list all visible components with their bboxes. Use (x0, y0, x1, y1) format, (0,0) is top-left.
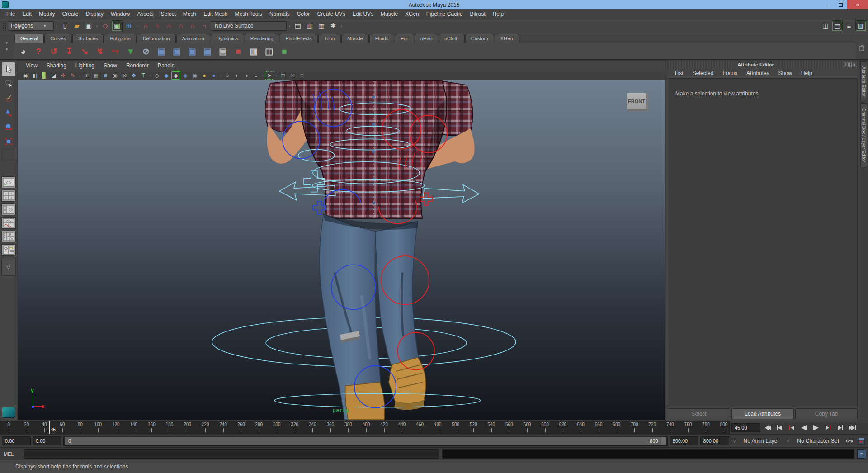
menu-set-dropdown[interactable]: Polygons ▾ (8, 21, 54, 31)
menu-display[interactable]: Display (82, 10, 107, 18)
command-input[interactable] (24, 449, 439, 459)
layout-hypershade[interactable] (1, 231, 16, 242)
close-button[interactable]: × (847, 0, 868, 9)
select-object-icon[interactable]: ▣ (112, 20, 123, 31)
snap-projected-center-icon[interactable]: ∩ (175, 20, 186, 31)
rotate-tool[interactable] (2, 120, 15, 134)
shelf-tab-arrow-icon[interactable]: ▾ (6, 47, 8, 52)
group-separator-icon[interactable]: › (148, 73, 152, 78)
move-tool[interactable] (2, 106, 15, 119)
copy-nodes-icon[interactable]: ▥ (247, 45, 260, 58)
float-panel-icon[interactable]: ❑ (844, 62, 850, 67)
paint-selection-tool[interactable] (2, 91, 15, 105)
render-settings-icon[interactable]: ✱ (328, 20, 339, 31)
field-chart-icon[interactable]: ⊠ (120, 71, 129, 80)
film-gate-icon[interactable]: ▦ (91, 71, 100, 80)
grease-pencil-icon[interactable]: ✎ (68, 71, 77, 80)
anim-layer-dropdown-icon[interactable]: ▽ (731, 439, 738, 443)
menu-create-uvs[interactable]: Create UVs (313, 10, 349, 18)
resolution-gate-icon[interactable]: ◙ (101, 71, 110, 80)
node-editor-icon[interactable]: ▤ (216, 45, 230, 58)
safe-action-icon[interactable]: ❖ (129, 71, 138, 80)
gate-mask-icon[interactable]: ◎ (110, 71, 119, 80)
last-tool-slot[interactable] (2, 149, 15, 161)
occlusion-icon[interactable]: ○ (223, 71, 232, 80)
auto-keyframe-icon[interactable] (856, 436, 866, 445)
gray-cubes-cursor-icon[interactable]: ◫ (262, 45, 276, 58)
layout-single-pane[interactable] (1, 176, 16, 188)
menu-edit-mesh[interactable]: Edit Mesh (200, 10, 231, 18)
joint-move-icon[interactable]: ↘ (78, 45, 91, 58)
command-output[interactable] (442, 449, 854, 459)
toggle-tool-settings-icon[interactable]: ≡ (844, 20, 854, 31)
shelf-tab-deformation[interactable]: Deformation (137, 34, 176, 43)
ae-menu-selected[interactable]: Selected (689, 69, 718, 77)
xray-joints-icon[interactable]: ⊡ (288, 71, 297, 80)
shelf-tab-surfaces[interactable]: Surfaces (72, 34, 104, 43)
help-icon[interactable]: ? (32, 45, 45, 58)
group-separator-icon[interactable]: › (78, 73, 81, 78)
panel-menu-shading[interactable]: Shading (42, 61, 71, 70)
copy-tab-button[interactable]: Copy Tab (795, 408, 858, 419)
menu-help[interactable]: Help (489, 10, 508, 18)
menu-window[interactable]: Window (107, 10, 134, 18)
scale-tool[interactable] (2, 135, 15, 148)
go-to-end-button[interactable] (847, 423, 859, 432)
shelf-tab-toon[interactable]: Toon (318, 34, 341, 43)
menu-mesh-tools[interactable]: Mesh Tools (231, 10, 266, 18)
quick-select-set-1-icon[interactable]: ▣ (155, 45, 168, 58)
shelf-tab-rendering[interactable]: Rendering (245, 34, 279, 43)
quick-select-set-2-icon[interactable]: ▣ (170, 45, 184, 58)
exposure-icon[interactable]: ∵ (297, 71, 307, 80)
character-set-dropdown-icon[interactable]: ▽ (784, 439, 792, 443)
green-cube-cursor-icon[interactable]: ■ (278, 45, 291, 58)
frame-ruler[interactable]: 0204060801001201401601802002202402602803… (0, 421, 730, 434)
group-separator-icon[interactable]: › (288, 20, 292, 31)
menu-bifrost[interactable]: Bifrost (467, 10, 489, 18)
current-time-field[interactable] (731, 423, 760, 432)
group-separator-icon[interactable]: › (274, 73, 278, 78)
panel-menu-panels[interactable]: Panels (154, 61, 179, 70)
menu-mesh[interactable]: Mesh (179, 10, 200, 18)
script-editor-icon[interactable]: ≣ (857, 449, 866, 459)
toggle-modeling-toolkit-icon[interactable]: ◫ (820, 20, 831, 31)
textured-icon[interactable]: ◈ (181, 71, 190, 80)
shelf-tab-polygons[interactable]: Polygons (104, 34, 136, 43)
menu-color[interactable]: Color (293, 10, 314, 18)
shelf-tab-dynamics[interactable]: Dynamics (211, 34, 244, 43)
group-separator-icon[interactable]: › (135, 20, 139, 31)
bookmark-icon[interactable]: ▊ (40, 71, 49, 80)
animation-end-field[interactable] (700, 436, 729, 445)
menu-pipeline-cache[interactable]: Pipeline Cache (423, 10, 467, 18)
menu-edit-uvs[interactable]: Edit UVs (349, 10, 377, 18)
close-panel-icon[interactable]: × (851, 62, 857, 67)
isolate-select-icon[interactable]: ➤ (265, 71, 274, 80)
select-hierarchy-icon[interactable]: ◇ (100, 20, 111, 31)
default-light-icon[interactable]: ● (200, 71, 209, 80)
tab-attribute-editor[interactable]: Attribute Editor (860, 61, 867, 101)
ae-menu-attributes[interactable]: Attributes (742, 69, 774, 77)
depth-of-field-icon[interactable]: ◒ (251, 71, 260, 80)
toolbar-grip[interactable] (3, 21, 6, 31)
restore-button[interactable] (834, 0, 847, 9)
minimize-button[interactable]: – (821, 0, 834, 9)
attribute-editor-header[interactable]: Attribute Editor ❑ × (667, 61, 858, 68)
tab-channel-box[interactable]: Channel Box / Layer Editor (860, 103, 867, 167)
redo-bend-arrow-icon[interactable]: ↪ (108, 45, 122, 58)
camera-view-cube[interactable]: FRONT (627, 93, 648, 111)
ae-menu-show[interactable]: Show (774, 69, 796, 77)
step-back-key-button[interactable] (774, 423, 785, 432)
shelf-tab-fluids[interactable]: Fluids (369, 34, 394, 43)
menu-file[interactable]: File (3, 10, 19, 18)
group-separator-icon[interactable]: › (95, 20, 99, 31)
wireframe-on-shaded-icon[interactable]: ◆ (171, 71, 180, 80)
select-component-icon[interactable]: ⊞ (123, 20, 134, 31)
lasso-tool[interactable] (2, 77, 15, 90)
scene-sphere-icon[interactable]: ◕ (16, 45, 30, 58)
wireframe-icon[interactable]: ◇ (152, 71, 161, 80)
render-view-icon[interactable]: ▤ (292, 20, 303, 31)
select-camera-icon[interactable]: ◉ (21, 71, 30, 80)
menu-normals[interactable]: Normals (266, 10, 293, 18)
go-to-start-button[interactable] (761, 423, 773, 432)
ipr-render-icon[interactable]: ▦ (316, 20, 327, 31)
